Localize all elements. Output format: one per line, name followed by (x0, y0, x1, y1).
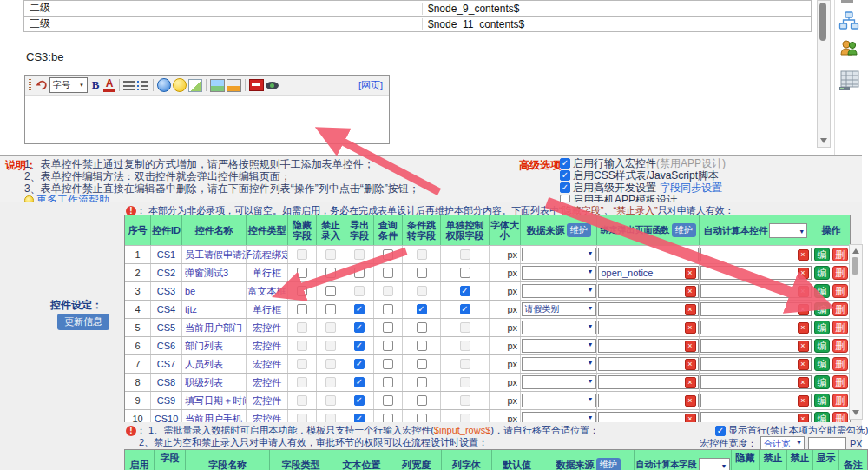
query-condition-checkbox[interactable] (383, 304, 393, 314)
data-source-select[interactable]: ▼ (522, 357, 596, 371)
clear-icon[interactable]: × (798, 395, 809, 407)
condition-jump-checkbox[interactable] (417, 359, 427, 369)
export-field-checkbox[interactable] (354, 268, 365, 278)
auto-calc-input[interactable]: × (700, 248, 812, 261)
auto-calc-input[interactable]: × (700, 394, 812, 407)
editor-body[interactable] (25, 96, 389, 143)
scrollbar-thumb[interactable] (819, 3, 826, 41)
auto-calc-input[interactable]: × (700, 357, 812, 371)
toolbar-grip-icon[interactable] (29, 79, 31, 92)
page-scrollbar[interactable] (817, 0, 831, 148)
export-field-checkbox[interactable] (354, 359, 365, 369)
bold-icon[interactable]: B (89, 78, 102, 92)
no-input-checkbox[interactable] (326, 268, 336, 278)
edit-button[interactable]: 编 (814, 394, 830, 407)
macro-width-input[interactable] (808, 437, 846, 450)
data-source-select[interactable]: 请假类别▼ (522, 302, 596, 316)
org-chart-icon[interactable] (838, 10, 859, 34)
media-icon[interactable] (249, 79, 264, 91)
clear-icon[interactable]: × (798, 377, 809, 388)
emoticon-icon[interactable] (173, 78, 187, 92)
clear-icon[interactable]: × (685, 359, 696, 370)
data-source-select[interactable]: ▼ (522, 266, 596, 280)
option-checkbox[interactable] (560, 158, 570, 169)
delete-button[interactable]: 删 (832, 302, 848, 316)
condition-jump-checkbox[interactable] (417, 268, 427, 278)
query-condition-checkbox[interactable] (383, 395, 393, 406)
data-source-select[interactable]: ▼ (522, 375, 596, 389)
page-function-input[interactable]: × (598, 357, 699, 371)
webpage-mode-link[interactable]: [网页] (358, 79, 383, 92)
globe-icon[interactable] (157, 78, 171, 92)
auto-calc-input[interactable]: × (700, 375, 812, 389)
edit-button[interactable]: 编 (814, 357, 830, 371)
clear-icon[interactable]: × (685, 341, 696, 352)
clear-icon[interactable]: × (798, 268, 809, 279)
table-scrollbar[interactable] (849, 244, 863, 420)
no-input-checkbox[interactable] (326, 286, 336, 296)
data-source-select[interactable]: ▼ (522, 394, 596, 407)
condition-jump-checkbox[interactable] (417, 304, 427, 314)
font-size-icon[interactable]: 字号▼ (49, 77, 88, 93)
scroll-down-icon[interactable] (852, 410, 859, 415)
clear-icon[interactable]: × (685, 268, 696, 279)
query-condition-checkbox[interactable] (383, 322, 393, 333)
page-function-input[interactable]: × (598, 284, 699, 298)
partial-icon[interactable] (841, 0, 853, 3)
separate-permission-checkbox[interactable] (460, 304, 470, 314)
separate-permission-checkbox[interactable] (460, 286, 470, 296)
user-group-icon[interactable] (839, 38, 858, 60)
clear-icon[interactable]: × (798, 322, 809, 334)
delete-button[interactable]: 删 (832, 375, 848, 389)
data-source-select[interactable]: ▼ (522, 284, 596, 298)
export-field-checkbox[interactable] (354, 304, 365, 314)
condition-jump-checkbox[interactable] (417, 377, 427, 387)
save-image-icon[interactable] (227, 79, 241, 92)
undo-icon[interactable] (36, 78, 48, 92)
export-field-checkbox[interactable] (354, 377, 365, 387)
page-function-input[interactable]: × (598, 302, 699, 316)
edit-button[interactable]: 编 (814, 375, 830, 389)
clear-icon[interactable]: × (685, 322, 696, 334)
option-checkbox[interactable] (560, 182, 570, 193)
delete-button[interactable]: 删 (832, 321, 848, 334)
data-source-select[interactable]: ▼ (522, 339, 596, 353)
hide-field-checkbox[interactable] (297, 304, 307, 314)
delete-button[interactable]: 删 (832, 357, 848, 371)
page-function-input[interactable] (598, 248, 699, 261)
page-function-input[interactable]: × (598, 321, 699, 334)
edit-box-icon[interactable] (188, 79, 202, 92)
edit-button[interactable]: 编 (814, 266, 830, 280)
data-source-select[interactable]: ▼ (522, 321, 596, 334)
auto-calc-input[interactable]: × (700, 321, 812, 334)
auto-calc-input[interactable]: × (700, 302, 812, 316)
page-function-input[interactable]: × (598, 375, 699, 389)
auto-calc-select[interactable]: ▼ (699, 458, 730, 470)
edit-button[interactable]: 编 (814, 302, 830, 316)
query-condition-checkbox[interactable] (383, 377, 393, 387)
maintain-button[interactable]: 维护 (672, 223, 696, 237)
condition-jump-checkbox[interactable] (417, 341, 427, 351)
clear-icon[interactable]: × (798, 249, 809, 261)
maintain-button[interactable]: 维护 (567, 223, 591, 237)
clear-icon[interactable]: × (685, 395, 696, 407)
delete-button[interactable]: 删 (832, 248, 848, 261)
no-input-checkbox[interactable] (326, 304, 336, 314)
edit-button[interactable]: 编 (814, 248, 830, 261)
query-condition-checkbox[interactable] (383, 249, 393, 260)
clear-icon[interactable]: × (685, 286, 696, 297)
font-color-icon[interactable]: A (103, 78, 115, 92)
clear-icon[interactable]: × (685, 304, 696, 315)
list-icon[interactable] (137, 81, 149, 90)
maintain-button[interactable]: 维护 (596, 458, 621, 470)
scroll-up-icon[interactable] (852, 248, 859, 254)
clear-icon[interactable]: × (685, 377, 696, 388)
query-condition-checkbox[interactable] (383, 268, 393, 278)
rich-text-editor[interactable]: 字号▼BA [网页] (24, 75, 390, 144)
auto-calc-input[interactable]: × (700, 284, 812, 298)
page-function-input[interactable]: × (598, 339, 699, 353)
auto-calc-select[interactable]: ▼ (769, 223, 807, 238)
hide-field-checkbox[interactable] (297, 268, 307, 278)
edit-button[interactable]: 编 (814, 284, 830, 298)
clear-icon[interactable]: × (798, 341, 809, 352)
